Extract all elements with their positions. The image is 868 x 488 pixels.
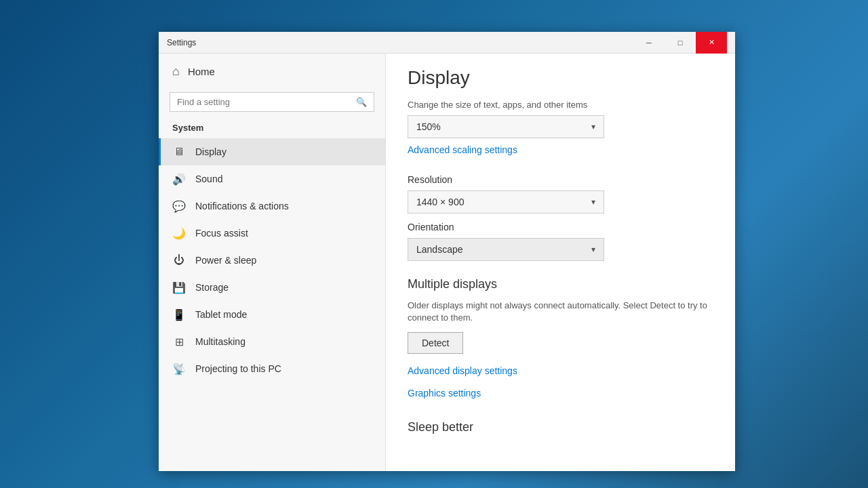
- sidebar-item-sound-label: Sound: [195, 174, 222, 184]
- sidebar-home-item[interactable]: ⌂ Home: [159, 54, 385, 89]
- orientation-dropdown-arrow: ▾: [591, 245, 595, 254]
- detect-button[interactable]: Detect: [408, 332, 463, 354]
- projecting-icon: 📡: [172, 362, 186, 375]
- sound-icon: 🔊: [172, 172, 186, 186]
- orientation-value: Landscape: [416, 244, 463, 255]
- multiple-displays-description: Older displays might not always connect …: [408, 300, 713, 324]
- sidebar-item-display[interactable]: 🖥 Display: [159, 138, 385, 165]
- sidebar-item-sound[interactable]: 🔊 Sound: [159, 165, 385, 192]
- sidebar-item-power-label: Power & sleep: [195, 255, 256, 266]
- sidebar-item-notifications-label: Notifications & actions: [195, 201, 289, 211]
- sidebar-item-tablet-label: Tablet mode: [195, 309, 247, 320]
- advanced-scaling-link[interactable]: Advanced scaling settings: [408, 144, 517, 155]
- sleep-better-heading: Sleep better: [408, 420, 713, 434]
- sidebar-item-projecting-label: Projecting to this PC: [195, 363, 281, 374]
- resolution-dropdown-arrow: ▾: [591, 197, 595, 207]
- sidebar-section-label: System: [159, 120, 385, 138]
- sidebar-home-label: Home: [188, 66, 215, 77]
- resolution-value: 1440 × 900: [416, 197, 464, 207]
- maximize-button[interactable]: □: [665, 32, 696, 54]
- sidebar-item-tablet[interactable]: 📱 Tablet mode: [159, 301, 385, 328]
- main-content: Display Change the size of text, apps, a…: [386, 54, 735, 471]
- settings-window: Settings ─ □ ✕ ⌂ Home 🔍 System 🖥: [159, 32, 735, 471]
- sidebar-item-notifications[interactable]: 💬 Notifications & actions: [159, 192, 385, 220]
- minimize-button[interactable]: ─: [633, 32, 665, 54]
- advanced-display-link[interactable]: Advanced display settings: [408, 365, 517, 376]
- close-button[interactable]: ✕: [696, 32, 727, 54]
- search-box: 🔍: [170, 92, 374, 112]
- scale-value: 150%: [416, 121, 441, 132]
- notifications-icon: 💬: [172, 199, 186, 213]
- display-icon: 🖥: [172, 145, 186, 159]
- multitasking-icon: ⊞: [172, 335, 186, 348]
- sidebar-item-focus[interactable]: 🌙 Focus assist: [159, 220, 385, 247]
- titlebar: Settings ─ □ ✕: [159, 32, 735, 54]
- sidebar-item-focus-label: Focus assist: [195, 228, 248, 239]
- sidebar-item-multitasking-label: Multitasking: [195, 336, 245, 347]
- window-body: ⌂ Home 🔍 System 🖥 Display 🔊 Sound 💬: [159, 54, 735, 471]
- page-title: Display: [408, 67, 713, 89]
- titlebar-title: Settings: [167, 38, 633, 47]
- orientation-dropdown[interactable]: Landscape ▾: [408, 238, 604, 261]
- sidebar: ⌂ Home 🔍 System 🖥 Display 🔊 Sound 💬: [159, 54, 386, 471]
- multiple-displays-heading: Multiple displays: [408, 277, 713, 291]
- scale-dropdown[interactable]: 150% ▾: [408, 115, 604, 138]
- tablet-icon: 📱: [172, 308, 186, 321]
- storage-icon: 💾: [172, 281, 186, 294]
- search-input[interactable]: [177, 97, 351, 107]
- power-icon: ⏻: [172, 253, 186, 267]
- sidebar-item-display-label: Display: [195, 146, 226, 157]
- sidebar-item-power[interactable]: ⏻ Power & sleep: [159, 247, 385, 274]
- scale-description: Change the size of text, apps, and other…: [408, 100, 713, 110]
- focus-icon: 🌙: [172, 226, 186, 240]
- search-icon: 🔍: [356, 97, 367, 107]
- sidebar-item-projecting[interactable]: 📡 Projecting to this PC: [159, 355, 385, 382]
- titlebar-controls: ─ □ ✕: [633, 32, 727, 54]
- sidebar-item-multitasking[interactable]: ⊞ Multitasking: [159, 328, 385, 355]
- graphics-settings-link[interactable]: Graphics settings: [408, 388, 481, 399]
- resolution-dropdown[interactable]: 1440 × 900 ▾: [408, 190, 604, 214]
- resolution-label: Resolution: [408, 174, 713, 185]
- sidebar-item-storage[interactable]: 💾 Storage: [159, 274, 385, 301]
- sidebar-item-storage-label: Storage: [195, 282, 229, 293]
- orientation-label: Orientation: [408, 222, 713, 232]
- home-icon: ⌂: [172, 64, 180, 79]
- scale-dropdown-arrow: ▾: [591, 122, 595, 131]
